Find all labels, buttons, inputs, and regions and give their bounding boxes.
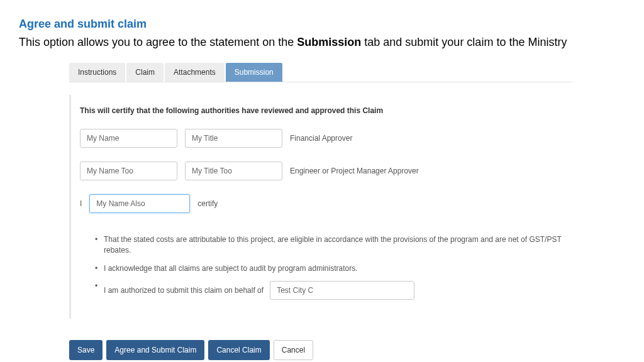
bullet-costs: That the stated costs are attributable t… xyxy=(95,234,572,256)
financial-approver-name-input[interactable]: My Name xyxy=(80,129,177,148)
engineer-approver-title-input[interactable]: My Title Too xyxy=(185,162,282,180)
engineer-approver-row: My Name Too My Title Too Engineer or Pro… xyxy=(80,162,572,180)
subheading-bold: Submission xyxy=(297,36,361,48)
bullet-authorized: I am authorized to submit this claim on … xyxy=(95,281,572,300)
organization-input[interactable]: Test City C xyxy=(270,281,414,300)
certify-suffix: certify xyxy=(197,199,218,208)
financial-approver-title-input[interactable]: My Title xyxy=(185,129,282,148)
tab-claim[interactable]: Claim xyxy=(126,63,164,82)
authorized-label: I am authorized to submit this claim on … xyxy=(104,285,264,296)
submission-panel: This will certify that the following aut… xyxy=(69,95,572,319)
certify-row: I My Name Also certify xyxy=(80,194,572,213)
certification-bullets: That the stated costs are attributable t… xyxy=(95,234,572,300)
subheading-post: tab and submit your claim to the Ministr… xyxy=(361,36,567,48)
financial-approver-role-label: Financial Approver xyxy=(290,134,352,143)
certify-intro: This will certify that the following aut… xyxy=(80,106,572,115)
engineer-approver-name-input[interactable]: My Name Too xyxy=(80,162,177,180)
bullet-audit: I acknowledge that all claims are subjec… xyxy=(95,263,572,274)
tab-bar: Instructions Claim Attachments Submissio… xyxy=(69,63,572,82)
section-subheading: This option allows you to agree to the s… xyxy=(19,36,625,49)
engineer-approver-role-label: Engineer or Project Manager Approver xyxy=(290,167,419,175)
cancel-claim-button[interactable]: Cancel Claim xyxy=(208,340,269,360)
section-heading: Agree and submit claim xyxy=(19,18,625,31)
subheading-pre: This option allows you to agree to the s… xyxy=(19,36,297,48)
tab-instructions[interactable]: Instructions xyxy=(69,63,125,82)
tab-attachments[interactable]: Attachments xyxy=(165,63,225,82)
financial-approver-row: My Name My Title Financial Approver xyxy=(80,129,572,148)
agree-submit-button[interactable]: Agree and Submit Claim xyxy=(106,340,204,360)
certify-prefix: I xyxy=(80,199,82,208)
form-screenshot: Instructions Claim Attachments Submissio… xyxy=(69,63,572,360)
cancel-button[interactable]: Cancel xyxy=(274,340,313,360)
certifier-name-input[interactable]: My Name Also xyxy=(89,194,190,213)
action-buttons: Save Agree and Submit Claim Cancel Claim… xyxy=(69,340,572,360)
tab-submission[interactable]: Submission xyxy=(226,63,282,82)
save-button[interactable]: Save xyxy=(69,340,103,360)
